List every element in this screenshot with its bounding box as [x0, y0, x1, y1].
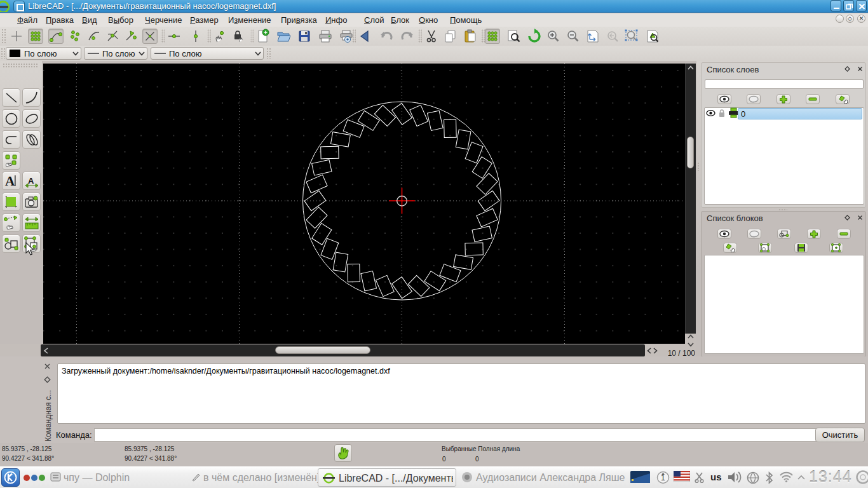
svg-text:1: 1 [661, 473, 665, 482]
svg-text:A: A [28, 176, 34, 186]
svg-text:A: A [5, 173, 15, 189]
